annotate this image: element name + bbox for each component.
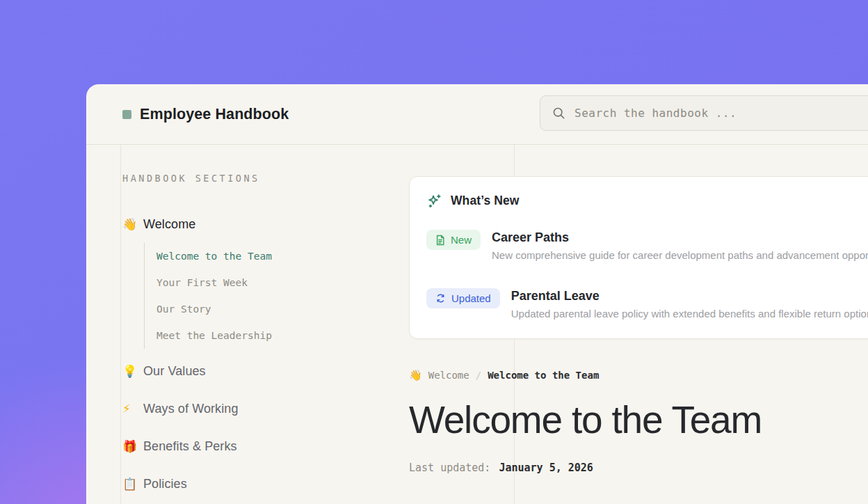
gift-icon: 🎁 (122, 441, 139, 452)
logo-square-icon (122, 110, 131, 119)
search-icon (552, 107, 565, 120)
sidebar-item-label: Ways of Working (143, 402, 239, 416)
wave-icon: 👋 (122, 219, 139, 230)
breadcrumb: 👋 Welcome / Welcome to the Team (409, 368, 868, 381)
page-title: Welcome to the Team (409, 398, 868, 442)
sidebar-item-label: Our Values (143, 364, 206, 379)
sidebar-item-ways-of-working[interactable]: ⚡ Ways of Working (122, 399, 394, 418)
whats-new-header: What’s New (426, 192, 868, 209)
main-content: What’s New New (409, 145, 868, 474)
new-badge: New (426, 230, 481, 250)
clipboard-icon: 📋 (122, 478, 139, 490)
whats-new-card: What’s New New (409, 176, 868, 339)
document-icon (435, 235, 445, 246)
whats-new-item-title: Parental Leave (511, 288, 868, 304)
wave-icon: 👋 (409, 369, 422, 381)
badge-label: Updated (451, 292, 491, 304)
refresh-icon (435, 293, 446, 304)
whats-new-title: What’s New (451, 194, 520, 208)
whats-new-item-description: Updated parental leave policy with exten… (511, 308, 868, 320)
app-title: Employee Handbook (140, 106, 289, 123)
search-input[interactable] (574, 107, 868, 120)
sidebar-item-label: Welcome (143, 217, 195, 232)
badge-label: New (451, 234, 472, 246)
last-updated-label: Last updated: (409, 462, 490, 474)
sidebar-subitem-our-story[interactable]: Our Story (145, 296, 394, 322)
brand: Employee Handbook (122, 84, 289, 145)
whats-new-item-description: New comprehensive guide for career devel… (492, 249, 868, 262)
app-header: Employee Handbook (86, 84, 868, 145)
sidebar-item-benefits-perks[interactable]: 🎁 Benefits & Perks (122, 436, 394, 456)
lightning-icon: ⚡ (122, 403, 139, 415)
updated-badge: Updated (426, 288, 500, 308)
sparkles-icon (426, 193, 442, 209)
sidebar-item-label: Benefits & Perks (143, 439, 237, 454)
handbook-window: Employee Handbook HANDBOOK SECTIONS 👋 We… (86, 84, 868, 504)
sidebar: HANDBOOK SECTIONS 👋 Welcome Welcome to t… (122, 173, 394, 494)
whats-new-item-parental-leave[interactable]: Updated Parental Leave Updated parental … (426, 288, 868, 320)
breadcrumb-separator: / (476, 370, 481, 381)
sidebar-item-policies[interactable]: 📋 Policies (122, 474, 394, 494)
breadcrumb-section[interactable]: Welcome (428, 370, 469, 381)
grid-line-left (120, 145, 121, 504)
lightbulb-icon: 💡 (122, 365, 139, 377)
last-updated: Last updated: January 5, 2026 (409, 462, 868, 474)
breadcrumb-current-page: Welcome to the Team (488, 370, 599, 381)
sidebar-item-label: Policies (143, 477, 187, 491)
sidebar-sublist-welcome: Welcome to the Team Your First Week Our … (144, 243, 394, 349)
whats-new-item-career-paths[interactable]: New Career Paths New comprehensive guide… (426, 230, 868, 262)
whats-new-item-title: Career Paths (492, 230, 868, 245)
last-updated-value: January 5, 2026 (499, 462, 593, 474)
sidebar-item-our-values[interactable]: 💡 Our Values (122, 361, 394, 381)
search-box[interactable] (540, 95, 868, 131)
sidebar-section-label: HANDBOOK SECTIONS (122, 173, 394, 184)
sidebar-subitem-your-first-week[interactable]: Your First Week (145, 269, 394, 296)
sidebar-subitem-meet-the-leadership[interactable]: Meet the Leadership (145, 322, 394, 349)
sidebar-item-welcome[interactable]: 👋 Welcome (122, 214, 394, 234)
sidebar-subitem-welcome-to-the-team[interactable]: Welcome to the Team (145, 243, 394, 269)
